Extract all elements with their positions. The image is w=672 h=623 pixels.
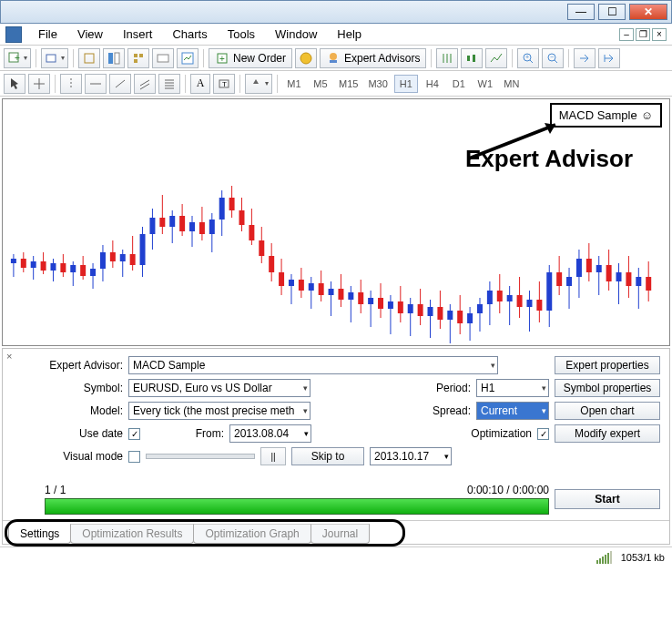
navigator-button[interactable] [127, 48, 149, 68]
strategy-tester-button[interactable] [177, 48, 199, 68]
timeframe-h1[interactable]: H1 [394, 75, 418, 93]
model-select[interactable]: Every tick (the most precise meth▾ [128, 402, 311, 420]
svg-rect-38 [90, 269, 96, 276]
menu-file[interactable]: File [29, 26, 66, 43]
menu-charts[interactable]: Charts [163, 26, 216, 43]
svg-rect-148 [636, 277, 641, 286]
new-order-button[interactable]: +New Order [209, 48, 292, 68]
symbol-select[interactable]: EURUSD, Euro vs US Dollar▾ [128, 379, 311, 397]
arrows-button[interactable]: ▾ [245, 74, 272, 94]
maximize-button[interactable]: ☐ [598, 4, 626, 20]
timeframe-m1[interactable]: M1 [282, 75, 306, 93]
candle-chart-button[interactable] [461, 48, 483, 68]
svg-rect-5 [115, 53, 119, 64]
chart-area[interactable]: MACD Sample ☺ Expert Advisor [2, 98, 670, 346]
text-label-button[interactable]: T [213, 74, 235, 94]
expert-advisors-button[interactable]: Expert Advisors [320, 48, 426, 68]
tab-journal[interactable]: Journal [311, 524, 370, 544]
svg-rect-130 [546, 272, 552, 311]
timeframe-h4[interactable]: H4 [421, 75, 444, 93]
window-titlebar: — ☐ ✕ [0, 0, 672, 24]
inner-restore-icon[interactable]: ❐ [636, 28, 650, 41]
trendline-button[interactable] [109, 74, 131, 94]
expert-properties-button[interactable]: Expert properties [555, 356, 660, 374]
svg-rect-72 [259, 240, 264, 256]
close-button[interactable]: ✕ [629, 4, 667, 20]
zoom-out-button[interactable]: − [542, 48, 564, 68]
from-date-input[interactable]: 2013.08.04▾ [229, 424, 311, 443]
metaquotes-button[interactable] [295, 48, 317, 68]
svg-rect-144 [616, 272, 622, 281]
skip-to-button[interactable]: Skip to [291, 447, 364, 465]
svg-rect-36 [80, 265, 86, 276]
svg-rect-13 [467, 56, 470, 61]
timeframe-mn[interactable]: MN [500, 75, 524, 93]
svg-rect-2 [46, 55, 56, 62]
horizontal-line-button[interactable] [85, 74, 107, 94]
market-watch-button[interactable] [78, 48, 100, 68]
period-label-text: Period: [425, 382, 471, 394]
tab-optimization-graph[interactable]: Optimization Graph [193, 524, 311, 544]
modify-expert-button[interactable]: Modify expert [555, 424, 660, 443]
to-date-input[interactable]: 2013.10.17▾ [370, 447, 452, 465]
svg-rect-4 [108, 53, 113, 64]
svg-rect-42 [110, 252, 116, 261]
period-select[interactable]: H1▾ [476, 379, 549, 397]
inner-close-icon[interactable]: × [652, 28, 667, 41]
menu-tools[interactable]: Tools [219, 26, 264, 43]
profiles-button[interactable]: ▾ [41, 48, 68, 68]
symbol-properties-button[interactable]: Symbol properties [555, 379, 660, 397]
auto-scroll-button[interactable] [574, 48, 596, 68]
speed-slider[interactable] [146, 454, 255, 459]
new-chart-button[interactable]: +▾ [4, 48, 31, 68]
svg-text:+: + [525, 54, 529, 60]
optimization-checkbox[interactable]: ✓ [537, 428, 549, 440]
fibonacci-button[interactable] [158, 74, 180, 94]
tab-settings[interactable]: Settings [8, 524, 71, 544]
chart-shift-button[interactable] [598, 48, 620, 68]
svg-rect-80 [299, 280, 304, 291]
timeframe-m30[interactable]: M30 [364, 75, 391, 93]
menu-window[interactable]: Window [266, 26, 326, 43]
line-chart-button[interactable] [485, 48, 507, 68]
text-button[interactable]: A [190, 74, 210, 94]
data-window-button[interactable] [103, 48, 125, 68]
tab-optimization-results[interactable]: Optimization Results [70, 524, 194, 544]
vertical-line-button[interactable] [60, 74, 82, 94]
svg-point-10 [300, 53, 311, 64]
visual-mode-label-text: Visual mode [45, 450, 123, 463]
minimize-button[interactable]: — [567, 4, 595, 20]
app-icon [5, 26, 22, 43]
equidistant-channel-button[interactable] [134, 74, 156, 94]
start-button[interactable]: Start [555, 489, 660, 509]
terminal-button[interactable] [152, 48, 174, 68]
bar-chart-button[interactable] [436, 48, 458, 68]
open-chart-button[interactable]: Open chart [555, 402, 660, 420]
use-date-checkbox[interactable]: ✓ [128, 428, 140, 440]
inner-minimize-icon[interactable]: – [619, 28, 634, 41]
visual-mode-checkbox[interactable] [128, 451, 140, 463]
zoom-in-button[interactable]: + [517, 48, 539, 68]
svg-rect-3 [85, 54, 94, 63]
pause-button[interactable]: || [260, 447, 286, 465]
spread-select[interactable]: Current▾ [476, 402, 549, 420]
svg-rect-66 [229, 198, 235, 210]
svg-rect-62 [209, 220, 215, 234]
panel-close-icon[interactable]: × [6, 351, 15, 362]
optimization-label-text: Optimization [459, 427, 532, 440]
timeframe-m15[interactable]: M15 [335, 75, 361, 93]
svg-rect-140 [596, 265, 602, 272]
crosshair-button[interactable] [28, 74, 50, 94]
timeframe-m5[interactable]: M5 [309, 75, 332, 93]
svg-rect-108 [437, 307, 443, 320]
menu-insert[interactable]: Insert [114, 26, 162, 43]
timeframe-d1[interactable]: D1 [447, 75, 471, 93]
svg-rect-56 [179, 216, 185, 231]
timeframe-w1[interactable]: W1 [473, 75, 497, 93]
use-date-label-text: Use date [45, 427, 123, 440]
menu-view[interactable]: View [68, 26, 112, 43]
svg-rect-78 [289, 280, 294, 286]
menu-help[interactable]: Help [328, 26, 371, 43]
ea-select[interactable]: MACD Sample▾ [128, 356, 498, 374]
cursor-button[interactable] [4, 74, 25, 94]
